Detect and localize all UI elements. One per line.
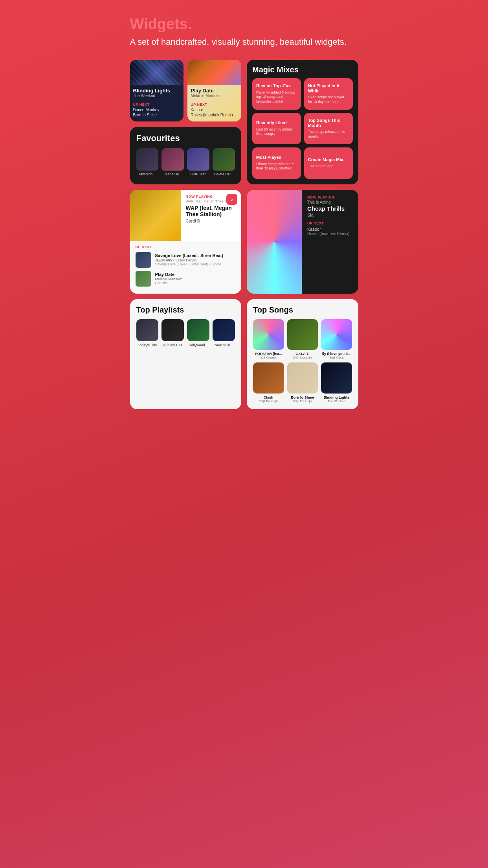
top-playlists-widget[interactable]: Top Playlists Today's Hits Punjabi Hits … <box>130 299 242 409</box>
savage-love-title: Savage Love (Laxed - Siren Beat) <box>155 253 224 258</box>
mix-tile-notplayed[interactable]: Not Played In A While Liked songs not pl… <box>304 78 353 110</box>
top-songs-title: Top Songs <box>253 305 352 314</box>
song-popstar[interactable]: POPSTAR (fea... DJ Khaled <box>253 319 284 360</box>
savage-love-art <box>136 252 151 268</box>
play-date-info: Play Date Melanie Martinez <box>187 85 241 101</box>
todays-hits-art <box>136 319 159 342</box>
np-large-top-section: ♪ NOW PLAYING WAP (feat. Megan Thee St..… <box>130 190 242 241</box>
savage-love-artist: Jawsh 685 x Jason Derulo <box>155 258 224 262</box>
goat-title: G.O.A.T. <box>287 352 318 356</box>
play-date-queue-artist: Melanie Martinez <box>155 277 182 281</box>
borntoshine-artist: Diljit Dosanjh <box>287 399 318 403</box>
ily-art <box>321 319 352 350</box>
cheap-thrills-info: NOW PLAYING This Is Acting Cheap Thrills… <box>302 190 358 294</box>
cheap-thrills-art-img <box>247 190 302 294</box>
goat-artist: Diljit Dosanjh <box>287 356 318 359</box>
playlists-row: Today's Hits Punjabi Hits Bollywood... N… <box>136 319 235 348</box>
fav-album-dekha[interactable]: Dekha Hai... <box>213 148 235 176</box>
play-date-queue-album: Hot Hits <box>155 281 182 285</box>
play-date-upnext-song2: Roses (Imanbek Remix) <box>191 112 238 118</box>
playlist-bollywood[interactable]: Bollywood... <box>187 319 209 348</box>
song-blinkinglights[interactable]: Blinding Lights The Weeknd <box>321 362 352 403</box>
fav-album-mysterious[interactable]: Mysterio... <box>136 148 159 176</box>
album-art-mysterious <box>136 148 159 171</box>
magic-mixes-widget[interactable]: Magic Mixes Recent+Top+Fav Recently adde… <box>247 60 358 184</box>
ily-title: ily (i love you b... <box>321 352 352 356</box>
mix-tile-topmonth[interactable]: Top Songs This Month Top songs released … <box>304 113 353 144</box>
cheap-thrills-upnext-label: UP NEXT <box>307 221 353 225</box>
cheap-thrills-queue-artist: Roses (Imanbek Remix) <box>307 232 353 236</box>
mix-tile-recent[interactable]: Recent+Top+Fav Recently added 5 songs, t… <box>252 78 301 110</box>
album-name-billie: Billie Jean <box>187 172 209 176</box>
page-header: Widgets. A set of handcrafted, visually … <box>130 16 358 48</box>
ily-artist: Surf Mesa <box>321 356 352 359</box>
clash-artist: Diljit Dosanjh <box>253 399 284 403</box>
fav-album-billie[interactable]: Billie Jean <box>187 148 209 176</box>
play-date-artist: Melanie Martinez <box>191 94 238 98</box>
cheap-thrills-playing-label: NOW PLAYING <box>307 195 353 199</box>
play-date-upnext-song1: Kasoor <box>191 107 238 112</box>
play-date-title: Play Date <box>191 88 238 94</box>
playlist-new-music[interactable]: New Musi... <box>213 319 235 348</box>
page-title: Widgets. <box>130 16 358 33</box>
now-playing-blinding-lights[interactable]: Blinding Lights The Weeknd UP NEXT Dance… <box>130 60 184 122</box>
blinding-lights-upnext-song1: Dance Monkey <box>133 107 181 112</box>
favourites-widget[interactable]: Favourites Mysterio... Jaane De... Billi… <box>130 127 242 184</box>
mix-tile-mostplayed-desc: Library songs with more than 30 plays, s… <box>256 162 297 171</box>
song-borntoshine[interactable]: Born to Shine Diljit Dosanjh <box>287 362 318 403</box>
album-name-mysterious: Mysterio... <box>136 172 159 176</box>
blinding-lights-upnext: UP NEXT Dance Monkey Born to Shine <box>130 100 184 120</box>
now-playing-cheap-thrills-widget[interactable]: NOW PLAYING This Is Acting Cheap Thrills… <box>247 190 358 294</box>
favourites-albums: Mysterio... Jaane De... Billie Jean Dekh… <box>136 148 235 176</box>
mix-tile-recent-title: Recent+Top+Fav <box>256 83 297 88</box>
fav-album-jaane[interactable]: Jaane De... <box>161 148 184 176</box>
borntoshine-art <box>287 362 318 394</box>
borntoshine-title: Born to Shine <box>287 395 318 399</box>
blinding-lights-title: Blinding Lights <box>133 88 181 94</box>
mix-tile-create[interactable]: Create Magic Mix Tap to open app. <box>304 147 353 179</box>
goat-art <box>287 319 318 350</box>
clash-art <box>253 362 284 394</box>
cheap-thrills-song: Cheap Thrills <box>307 205 353 212</box>
app-logo-icon: ♪ <box>226 194 237 205</box>
now-playing-play-date[interactable]: Play Date Melanie Martinez UP NEXT Kasoo… <box>187 60 241 122</box>
song-goat[interactable]: G.O.A.T. Diljit Dosanjh <box>287 319 318 360</box>
cheap-thrills-artist: Sia <box>307 213 353 217</box>
playlist-punjabi-hits[interactable]: Punjabi Hits <box>161 319 184 348</box>
album-art-dekha <box>213 148 235 171</box>
bollywood-art <box>187 319 209 342</box>
album-name-dekha: Dekha Hai... <box>213 172 235 176</box>
popstar-title: POPSTAR (fea... <box>253 352 284 356</box>
play-date-upnext: UP NEXT Kasoor Roses (Imanbek Remix) <box>187 100 241 120</box>
blinkinglights-title: Blinding Lights <box>321 395 352 399</box>
top-songs-widget[interactable]: Top Songs POPSTAR (fea... DJ Khaled G.O.… <box>247 299 358 409</box>
popstar-artist: DJ Khaled <box>253 356 284 359</box>
queue-item-play-date[interactable]: Play Date Melanie Martinez Hot Hits <box>136 271 236 287</box>
song-clash[interactable]: Clash Diljit Dosanjh <box>253 362 284 403</box>
mixes-grid: Recent+Top+Fav Recently added 5 songs, t… <box>252 78 353 179</box>
wap-upnext-label: UP NEXT <box>136 245 236 249</box>
widgets-grid: Blinding Lights The Weeknd UP NEXT Dance… <box>130 60 358 409</box>
songs-grid: POPSTAR (fea... DJ Khaled G.O.A.T. Dilji… <box>253 319 352 403</box>
mix-tile-create-desc: Tap to open app. <box>308 164 349 169</box>
mix-tile-recentliked[interactable]: Recently Liked Last 50 recently added li… <box>252 113 301 144</box>
playlist-todays-hits[interactable]: Today's Hits <box>136 319 159 348</box>
favourites-title: Favourites <box>136 133 235 143</box>
mix-tile-mostplayed[interactable]: Most Played Library songs with more than… <box>252 147 301 179</box>
queue-item-savage-love[interactable]: Savage Love (Laxed - Siren Beat) Jawsh 6… <box>136 252 236 268</box>
magic-mixes-title: Magic Mixes <box>252 65 353 74</box>
cheap-thrills-art <box>247 190 302 294</box>
song-ily[interactable]: ily (i love you b... Surf Mesa <box>321 319 352 360</box>
popstar-art <box>253 319 284 350</box>
blinding-lights-artist: The Weeknd <box>133 94 181 98</box>
savage-love-info: Savage Love (Laxed - Siren Beat) Jawsh 6… <box>155 253 224 266</box>
blinkinglights-artist: The Weeknd <box>321 399 352 403</box>
mix-tile-notplayed-desc: Liked songs not played for 14 days or mo… <box>308 95 349 104</box>
now-playing-wap-widget[interactable]: ♪ NOW PLAYING WAP (feat. Megan Thee St..… <box>130 190 242 294</box>
mix-tile-mostplayed-title: Most Played <box>256 155 297 160</box>
wap-info: ♪ NOW PLAYING WAP (feat. Megan Thee St..… <box>181 190 242 241</box>
wap-current-song: WAP (feat. Megan Thee Stallion) <box>186 205 237 218</box>
clash-title: Clash <box>253 395 284 399</box>
blinding-lights-upnext-song2: Born to Shine <box>133 112 181 118</box>
punjabi-hits-art <box>161 319 184 342</box>
